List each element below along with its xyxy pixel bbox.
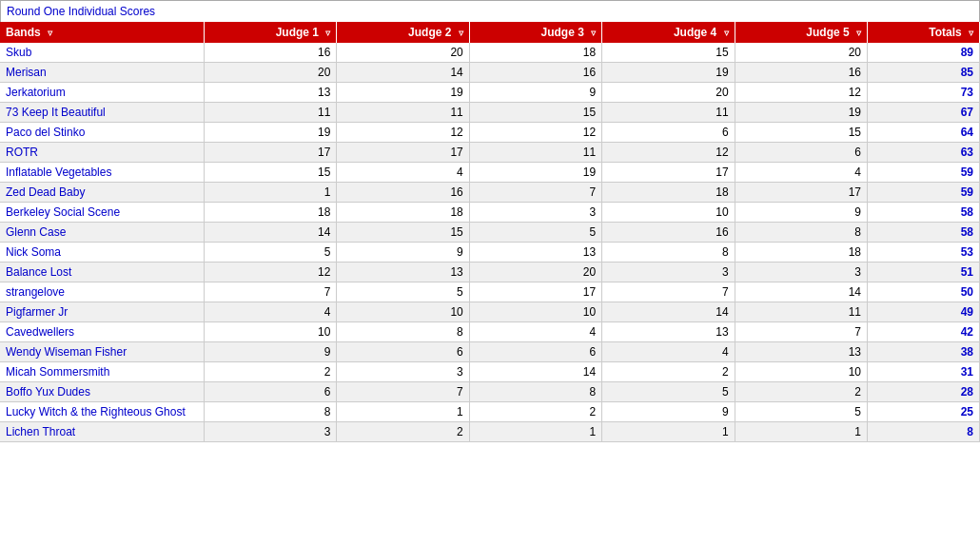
- judge4-score-cell: 8: [602, 243, 735, 263]
- judge4-score-cell: 17: [602, 163, 735, 183]
- total-score-cell: 42: [868, 322, 980, 342]
- band-name-cell: Cavedwellers: [0, 322, 204, 342]
- total-score-cell: 59: [868, 183, 980, 203]
- judge2-score-cell: 2: [337, 422, 469, 442]
- judge3-score-cell: 1: [469, 422, 601, 442]
- judge4-score-cell: 20: [602, 83, 735, 103]
- page-title: Round One Individual Scores: [7, 5, 155, 18]
- header-bands[interactable]: Bands ▿: [0, 22, 204, 43]
- band-name-cell: Inflatable Vegetables: [0, 163, 204, 183]
- judge1-score-cell: 8: [204, 402, 336, 422]
- table-row: Berkeley Social Scene1818310958: [0, 203, 980, 223]
- table-row: Nick Soma591381853: [0, 243, 980, 263]
- judge4-score-cell: 16: [602, 223, 735, 243]
- table-row: Jerkatorium13199201273: [0, 83, 980, 103]
- band-name-cell: Glenn Case: [0, 223, 204, 243]
- table-row: Glenn Case1415516858: [0, 223, 980, 243]
- table-row: Boffo Yux Dudes6785228: [0, 382, 980, 402]
- judge5-score-cell: 16: [735, 63, 867, 83]
- sort-judge3-icon[interactable]: ▿: [591, 28, 596, 38]
- judge1-score-cell: 19: [204, 123, 336, 143]
- sort-bands-icon[interactable]: ▿: [48, 28, 52, 38]
- band-name-cell: Merisan: [0, 63, 204, 83]
- total-score-cell: 85: [868, 63, 980, 83]
- sort-totals-icon[interactable]: ▿: [969, 28, 973, 38]
- judge4-score-cell: 13: [602, 322, 735, 342]
- total-score-cell: 53: [868, 243, 980, 263]
- judge5-score-cell: 3: [735, 263, 867, 282]
- judge5-score-cell: 2: [735, 382, 867, 402]
- judge1-score-cell: 4: [204, 302, 336, 322]
- sort-judge4-icon[interactable]: ▿: [724, 28, 729, 38]
- table-row: Wendy Wiseman Fisher96641338: [0, 342, 980, 362]
- total-score-cell: 59: [868, 163, 980, 183]
- header-judge4[interactable]: Judge 4 ▿: [602, 22, 735, 43]
- judge5-score-cell: 5: [735, 402, 867, 422]
- header-judge5[interactable]: Judge 5 ▿: [735, 22, 867, 43]
- judge2-score-cell: 5: [337, 282, 469, 302]
- table-row: Lucky Witch & the Righteous Ghost8129525: [0, 402, 980, 422]
- judge1-score-cell: 12: [204, 263, 336, 282]
- judge5-score-cell: 19: [735, 103, 867, 123]
- table-row: Zed Dead Baby1167181759: [0, 183, 980, 203]
- judge3-score-cell: 10: [469, 302, 601, 322]
- judge5-score-cell: 13: [735, 342, 867, 362]
- judge2-score-cell: 19: [337, 83, 469, 103]
- table-row: strangelove751771450: [0, 282, 980, 302]
- judge4-score-cell: 14: [602, 302, 735, 322]
- total-score-cell: 64: [868, 123, 980, 143]
- judge2-score-cell: 4: [337, 163, 469, 183]
- judge1-score-cell: 17: [204, 143, 336, 163]
- judge4-score-cell: 6: [602, 123, 735, 143]
- judge5-score-cell: 11: [735, 302, 867, 322]
- sort-judge2-icon[interactable]: ▿: [459, 28, 463, 38]
- judge3-score-cell: 9: [469, 83, 601, 103]
- judge5-score-cell: 18: [735, 243, 867, 263]
- header-totals[interactable]: Totals ▿: [868, 22, 980, 43]
- table-row: Merisan201416191685: [0, 63, 980, 83]
- judge4-score-cell: 7: [602, 282, 735, 302]
- judge3-score-cell: 5: [469, 223, 601, 243]
- judge5-score-cell: 12: [735, 83, 867, 103]
- judge4-score-cell: 15: [602, 43, 735, 63]
- total-score-cell: 51: [868, 263, 980, 282]
- judge4-score-cell: 5: [602, 382, 735, 402]
- judge4-score-cell: 12: [602, 143, 735, 163]
- judge1-score-cell: 1: [204, 183, 336, 203]
- header-judge3[interactable]: Judge 3 ▿: [469, 22, 601, 43]
- judge5-score-cell: 10: [735, 362, 867, 382]
- table-row: Paco del Stinko19121261564: [0, 123, 980, 143]
- judge5-score-cell: 15: [735, 123, 867, 143]
- judge2-score-cell: 12: [337, 123, 469, 143]
- judge2-score-cell: 3: [337, 362, 469, 382]
- band-name-cell: 73 Keep It Beautiful: [0, 103, 204, 123]
- scores-table: Bands ▿ Judge 1 ▿ Judge 2 ▿ Judge 3 ▿ Ju…: [0, 22, 980, 442]
- judge5-score-cell: 17: [735, 183, 867, 203]
- title-row: Round One Individual Scores: [0, 0, 980, 22]
- header-judge2[interactable]: Judge 2 ▿: [337, 22, 469, 43]
- band-name-cell: Jerkatorium: [0, 83, 204, 103]
- band-name-cell: Wendy Wiseman Fisher: [0, 342, 204, 362]
- header-judge1[interactable]: Judge 1 ▿: [204, 22, 336, 43]
- table-row: Skub162018152089: [0, 43, 980, 63]
- judge3-score-cell: 11: [469, 143, 601, 163]
- sort-judge5-icon[interactable]: ▿: [856, 28, 861, 38]
- band-name-cell: strangelove: [0, 282, 204, 302]
- judge2-score-cell: 15: [337, 223, 469, 243]
- judge3-score-cell: 17: [469, 282, 601, 302]
- band-name-cell: Micah Sommersmith: [0, 362, 204, 382]
- judge2-score-cell: 20: [337, 43, 469, 63]
- judge3-score-cell: 14: [469, 362, 601, 382]
- table-row: ROTR17171112663: [0, 143, 980, 163]
- total-score-cell: 25: [868, 402, 980, 422]
- sort-judge1-icon[interactable]: ▿: [325, 28, 330, 38]
- judge1-score-cell: 2: [204, 362, 336, 382]
- judge3-score-cell: 15: [469, 103, 601, 123]
- judge1-score-cell: 9: [204, 342, 336, 362]
- judge4-score-cell: 3: [602, 263, 735, 282]
- judge4-score-cell: 10: [602, 203, 735, 223]
- band-name-cell: Balance Lost: [0, 263, 204, 282]
- table-row: Inflatable Vegetables1541917459: [0, 163, 980, 183]
- judge5-score-cell: 14: [735, 282, 867, 302]
- judge2-score-cell: 10: [337, 302, 469, 322]
